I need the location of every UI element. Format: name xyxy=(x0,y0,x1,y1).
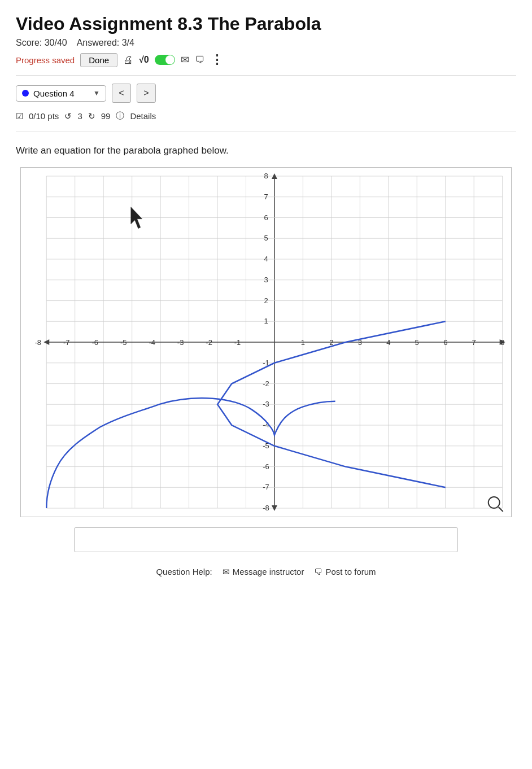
page-title: Video Assignment 8.3 The Parabola xyxy=(16,14,516,34)
svg-text:7: 7 xyxy=(472,338,476,346)
toggle-switch[interactable] xyxy=(155,55,175,65)
print-icon[interactable]: 🖨 xyxy=(123,54,133,66)
message-instructor-link[interactable]: ✉ Message instructor xyxy=(223,567,304,577)
question-separator xyxy=(16,132,516,132)
chat-icon[interactable]: 🗨 xyxy=(195,54,205,66)
svg-text:-5: -5 xyxy=(120,338,127,346)
question-text: Write an equation for the parabola graph… xyxy=(16,143,516,158)
svg-text:4: 4 xyxy=(386,338,390,346)
details-link[interactable]: Details xyxy=(130,111,156,121)
svg-text:-4: -4 xyxy=(149,338,155,346)
post-to-forum-link[interactable]: 🗨 Post to forum xyxy=(314,567,376,576)
toolbar-separator xyxy=(16,75,516,76)
svg-text:-3: -3 xyxy=(263,400,269,408)
score-label: Score: 30/40 xyxy=(16,38,67,47)
pts-label: 0/10 pts xyxy=(29,111,59,121)
answer-input[interactable] xyxy=(74,527,458,552)
svg-text:-3: -3 xyxy=(177,338,184,346)
retry-count: 99 xyxy=(101,111,111,121)
question-help-label: Question Help: xyxy=(156,567,212,576)
svg-text:-7: -7 xyxy=(63,338,70,346)
answered-label: Answered: 3/4 xyxy=(77,38,134,47)
svg-text:8: 8 xyxy=(500,338,504,346)
svg-text:-6: -6 xyxy=(91,338,98,346)
post-to-forum-label: Post to forum xyxy=(325,567,376,576)
svg-text:3: 3 xyxy=(264,275,268,283)
progress-saved: Progress saved xyxy=(16,55,75,65)
question-selector[interactable]: Question 4 ▼ xyxy=(16,85,106,102)
svg-text:-8: -8 xyxy=(35,338,42,346)
info-icon: ⓘ xyxy=(116,111,124,121)
mail-icon[interactable]: ✉ xyxy=(181,54,189,66)
retry-icon[interactable]: ↻ xyxy=(88,111,95,121)
svg-text:4: 4 xyxy=(264,254,268,263)
forum-icon: 🗨 xyxy=(314,567,322,576)
question-dot xyxy=(22,90,29,97)
toggle-knob xyxy=(165,55,175,64)
svg-text:6: 6 xyxy=(443,338,447,346)
sqrt-icon[interactable]: √0 xyxy=(139,55,149,65)
undo-count: 3 xyxy=(77,111,82,121)
prev-question-button[interactable]: < xyxy=(112,84,131,103)
svg-text:-2: -2 xyxy=(263,379,269,387)
svg-text:1: 1 xyxy=(301,338,305,346)
svg-text:2: 2 xyxy=(264,296,268,304)
svg-text:7: 7 xyxy=(264,192,268,200)
svg-text:-6: -6 xyxy=(263,462,269,470)
toolbar-row: Progress saved Done 🖨 √0 ✉ 🗨 ⋮ xyxy=(16,53,516,67)
message-mail-icon: ✉ xyxy=(223,567,230,577)
question-label: Question 4 xyxy=(33,89,91,98)
svg-text:-1: -1 xyxy=(234,338,241,346)
toggle-container[interactable] xyxy=(155,55,175,65)
svg-text:8: 8 xyxy=(264,171,268,180)
graph-svg: .grid-line { stroke: #ccc; stroke-width:… xyxy=(21,168,511,517)
svg-text:-2: -2 xyxy=(206,338,212,346)
done-button[interactable]: Done xyxy=(80,53,117,67)
graph-container: .grid-line { stroke: #ccc; stroke-width:… xyxy=(20,167,512,517)
answer-input-row xyxy=(16,527,516,552)
svg-text:5: 5 xyxy=(415,338,419,346)
svg-text:-8: -8 xyxy=(263,504,269,512)
undo-icon[interactable]: ↺ xyxy=(64,111,72,121)
question-help-row: Question Help: ✉ Message instructor 🗨 Po… xyxy=(16,562,516,577)
svg-text:6: 6 xyxy=(264,213,268,221)
svg-text:5: 5 xyxy=(264,234,268,242)
next-question-button[interactable]: > xyxy=(137,84,156,103)
more-icon[interactable]: ⋮ xyxy=(211,53,224,67)
pts-row: ☑ 0/10 pts ↺ 3 ↻ 99 ⓘ Details xyxy=(16,111,516,121)
question-nav-row: Question 4 ▼ < > xyxy=(16,84,516,103)
score-row: Score: 30/40 Answered: 3/4 xyxy=(16,38,516,48)
svg-text:1: 1 xyxy=(264,317,268,325)
chevron-down-icon: ▼ xyxy=(93,89,100,97)
message-instructor-label: Message instructor xyxy=(233,567,304,576)
svg-text:-7: -7 xyxy=(263,483,269,491)
checkbox-icon: ☑ xyxy=(16,111,23,121)
